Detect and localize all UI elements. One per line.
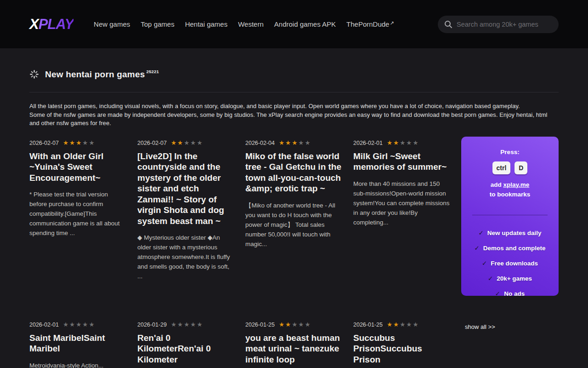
star-empty-icon: ★: [413, 321, 419, 328]
game-desc: * Please test the trial version before p…: [29, 190, 127, 238]
search-input[interactable]: [457, 21, 552, 28]
game-card[interactable]: 2026-02-07 ★★★★★ With an Older Girl ~Yui…: [29, 140, 127, 238]
game-card[interactable]: 2026-01-25 ★★★★★ you are a beast human m…: [245, 322, 343, 368]
external-link-icon: ↗: [390, 20, 394, 26]
game-title[interactable]: Saint MaribelSaint Maribel: [29, 333, 127, 354]
page-description-line1: All the latest porn games, including vis…: [29, 103, 520, 109]
nav-item-western[interactable]: Western: [238, 20, 264, 28]
star-empty-icon: ★: [89, 321, 95, 328]
game-card[interactable]: 2026-02-01 ★★★★★ Milk Girl ~Sweet memori…: [353, 140, 451, 227]
promo-feature: ✓No ads: [468, 290, 552, 297]
star-filled-icon: ★: [69, 139, 76, 146]
nav-item-top-games[interactable]: Top games: [141, 20, 174, 28]
star-empty-icon: ★: [197, 321, 203, 328]
star-filled-icon: ★: [285, 321, 292, 328]
game-date: 2026-02-01: [29, 322, 59, 328]
d-keycap: D: [514, 161, 527, 174]
game-meta-row: 2026-01-29 ★★★★★: [137, 322, 235, 328]
main-content: New hentai porn games25221 All the lates…: [29, 69, 559, 368]
game-title[interactable]: Succubus PrisonSuccubus Prison: [353, 333, 451, 365]
star-filled-icon: ★: [387, 321, 393, 328]
game-date: 2026-01-25: [245, 322, 275, 328]
star-filled-icon: ★: [285, 139, 292, 146]
check-icon: ✓: [482, 260, 487, 267]
star-rating: ★★★★★: [279, 140, 311, 146]
show-all-link[interactable]: show all >>: [461, 322, 559, 330]
nav-item-android-games-apk[interactable]: Android games APK: [274, 20, 336, 28]
check-icon: ✓: [474, 245, 479, 252]
keyboard-shortcut: ctrl D: [468, 161, 552, 174]
star-filled-icon: ★: [393, 139, 400, 146]
star-empty-icon: ★: [82, 321, 89, 328]
star-rating: ★★★★★: [279, 322, 311, 328]
star-filled-icon: ★: [279, 139, 285, 146]
star-empty-icon: ★: [400, 139, 406, 146]
game-meta-row: 2026-02-04 ★★★★★: [245, 140, 343, 146]
star-filled-icon: ★: [292, 139, 298, 146]
game-title[interactable]: Miko of the false world tree - Gal Getch…: [245, 151, 343, 194]
page-title-row: New hentai porn games25221: [29, 69, 559, 80]
game-desc: Metroidvania-style Action...: [29, 361, 127, 368]
game-card[interactable]: 2026-02-01 ★★★★★ Saint MaribelSaint Mari…: [29, 322, 127, 368]
check-icon: ✓: [495, 290, 500, 297]
main-nav: New gamesTop gamesHentai gamesWesternAnd…: [94, 20, 394, 28]
page-description-line2: Some of the nsfw games are made by indep…: [29, 111, 548, 127]
star-empty-icon: ★: [298, 139, 305, 146]
game-date: 2026-02-07: [137, 140, 167, 146]
promo-press-label: Press:: [468, 149, 552, 155]
spinner-icon: [29, 69, 39, 79]
game-title[interactable]: [Live2D] In the countryside and the myst…: [137, 151, 235, 227]
game-card[interactable]: 2026-02-07 ★★★★★ [Live2D] In the country…: [137, 140, 235, 282]
star-empty-icon: ★: [197, 139, 203, 146]
check-icon: ✓: [478, 230, 483, 236]
promo-divider: [472, 215, 548, 215]
xplay-me-link[interactable]: xplay.me: [503, 181, 529, 188]
star-empty-icon: ★: [184, 321, 190, 328]
bookmark-promo-card: Press: ctrl D add xplay.me to bookmarks …: [461, 137, 559, 296]
game-title[interactable]: Milk Girl ~Sweet memories of summer~: [353, 151, 451, 172]
game-date: 2026-02-01: [353, 140, 383, 146]
star-empty-icon: ★: [63, 321, 69, 328]
promo-feature: ✓Free downloads: [468, 259, 552, 267]
star-rating: ★★★★★: [63, 140, 96, 146]
star-empty-icon: ★: [298, 321, 305, 328]
divider: [29, 92, 559, 92]
games-grid-row1: 2026-02-07 ★★★★★ With an Older Girl ~Yui…: [29, 140, 559, 322]
star-empty-icon: ★: [171, 321, 177, 328]
game-card[interactable]: 2026-01-25 ★★★★★ Succubus PrisonSuccubus…: [353, 322, 451, 368]
star-empty-icon: ★: [177, 321, 184, 328]
star-rating: ★★★★★: [387, 322, 419, 328]
game-card[interactable]: 2026-01-29 ★★★★★ Ren'ai 0 KilometerRen'a…: [137, 322, 235, 368]
star-filled-icon: ★: [393, 321, 400, 328]
star-empty-icon: ★: [406, 139, 413, 146]
promo-feature: ✓New updates daily: [468, 229, 552, 236]
header: XPLAY New gamesTop gamesHentai gamesWest…: [0, 0, 588, 48]
nav-item-hentai-games[interactable]: Hentai games: [185, 20, 228, 28]
game-card[interactable]: 2026-02-04 ★★★★★ Miko of the false world…: [245, 140, 343, 249]
game-date: 2026-01-29: [137, 322, 167, 328]
game-title[interactable]: Ren'ai 0 KilometerRen'ai 0 Kilometer: [137, 333, 235, 365]
star-filled-icon: ★: [76, 139, 82, 146]
game-title[interactable]: you are a beast human meat urinal ~ tane…: [245, 333, 343, 365]
logo-play: PLAY: [39, 16, 74, 32]
search-bar[interactable]: [438, 16, 559, 33]
game-title[interactable]: With an Older Girl ~Yuina's Sweet Encour…: [29, 151, 127, 184]
star-empty-icon: ★: [406, 321, 413, 328]
game-meta-row: 2026-01-25 ★★★★★: [353, 322, 451, 328]
star-empty-icon: ★: [305, 321, 311, 328]
nav-item-new-games[interactable]: New games: [94, 20, 130, 28]
page-description: All the latest porn games, including vis…: [29, 102, 559, 128]
nav-item-theporndude[interactable]: ThePornDude↗: [346, 20, 394, 28]
star-empty-icon: ★: [190, 321, 197, 328]
logo[interactable]: XPLAY: [29, 16, 74, 33]
star-filled-icon: ★: [387, 139, 393, 146]
star-empty-icon: ★: [82, 139, 89, 146]
star-filled-icon: ★: [63, 139, 69, 146]
star-rating: ★★★★★: [171, 322, 204, 328]
promo-feature-list: ✓New updates daily✓Demos and complete✓Fr…: [468, 229, 552, 297]
star-empty-icon: ★: [89, 139, 95, 146]
star-empty-icon: ★: [292, 321, 298, 328]
promo-feature: ✓Demos and complete: [468, 244, 552, 252]
star-empty-icon: ★: [190, 139, 197, 146]
games-grid-row2: 2026-02-01 ★★★★★ Saint MaribelSaint Mari…: [29, 322, 559, 368]
